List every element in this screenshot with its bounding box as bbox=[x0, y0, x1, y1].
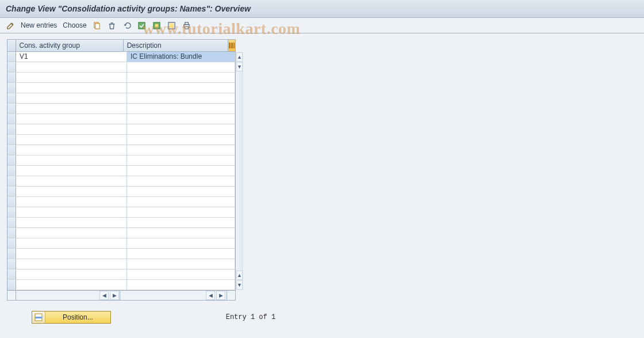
cell-description[interactable] bbox=[127, 280, 235, 290]
row-selector[interactable] bbox=[7, 238, 16, 248]
cell-description[interactable] bbox=[127, 269, 235, 279]
row-selector[interactable] bbox=[7, 228, 16, 238]
cell-description[interactable] bbox=[127, 166, 235, 176]
cell-activity-group[interactable] bbox=[16, 166, 127, 176]
cell-description[interactable] bbox=[127, 114, 235, 124]
cell-description[interactable] bbox=[127, 145, 235, 155]
table-row[interactable] bbox=[7, 238, 235, 249]
row-selector[interactable] bbox=[7, 145, 16, 155]
cell-description[interactable] bbox=[127, 73, 235, 82]
cell-activity-group[interactable] bbox=[16, 145, 127, 155]
cell-description[interactable] bbox=[127, 207, 235, 217]
cell-description[interactable] bbox=[127, 187, 235, 196]
cell-description[interactable] bbox=[127, 228, 235, 238]
cell-activity-group[interactable] bbox=[16, 176, 127, 186]
column-header-activity-group[interactable]: Cons. activity group bbox=[16, 40, 124, 51]
row-selector[interactable] bbox=[7, 197, 16, 207]
scroll-up2-icon[interactable]: ▲ bbox=[236, 271, 243, 280]
undo-icon[interactable] bbox=[122, 21, 132, 30]
column-header-selector[interactable] bbox=[7, 40, 16, 51]
row-selector[interactable] bbox=[7, 218, 16, 227]
configure-columns-icon[interactable] bbox=[228, 40, 235, 51]
cell-activity-group[interactable] bbox=[16, 249, 127, 259]
cell-activity-group[interactable] bbox=[16, 62, 127, 72]
row-selector[interactable] bbox=[7, 176, 16, 186]
cell-activity-group[interactable] bbox=[16, 280, 127, 290]
row-selector[interactable] bbox=[7, 280, 16, 290]
cell-description[interactable] bbox=[127, 197, 235, 207]
row-selector[interactable] bbox=[7, 62, 16, 72]
row-selector[interactable] bbox=[7, 249, 16, 259]
cell-description[interactable] bbox=[127, 93, 235, 103]
scroll-right-icon[interactable]: ▶ bbox=[110, 291, 119, 300]
table-row[interactable] bbox=[7, 135, 235, 145]
cell-description[interactable] bbox=[127, 155, 235, 165]
cell-description[interactable] bbox=[127, 124, 235, 134]
row-selector[interactable] bbox=[7, 269, 16, 279]
cell-description[interactable] bbox=[127, 176, 235, 186]
row-selector[interactable] bbox=[7, 259, 16, 269]
cell-description[interactable] bbox=[127, 62, 235, 72]
row-selector[interactable] bbox=[7, 104, 16, 113]
cell-activity-group[interactable] bbox=[16, 114, 127, 124]
cell-activity-group[interactable] bbox=[16, 197, 127, 207]
cell-activity-group[interactable] bbox=[16, 269, 127, 279]
table-row[interactable] bbox=[7, 187, 235, 197]
table-row[interactable] bbox=[7, 249, 235, 259]
row-selector[interactable] bbox=[7, 207, 16, 217]
row-selector[interactable] bbox=[7, 124, 16, 134]
table-row[interactable] bbox=[7, 166, 235, 176]
scroll-down-icon[interactable]: ▼ bbox=[236, 62, 243, 71]
vertical-scrollbar[interactable]: ▲ ▼ ▲ ▼ bbox=[235, 52, 243, 290]
cell-activity-group[interactable] bbox=[16, 83, 127, 93]
new-entries-button[interactable]: New entries bbox=[21, 21, 57, 29]
table-row[interactable] bbox=[7, 93, 235, 104]
table-row[interactable] bbox=[7, 114, 235, 124]
table-row[interactable] bbox=[7, 197, 235, 207]
table-row[interactable] bbox=[7, 73, 235, 83]
horizontal-scrollbar[interactable]: ◀ ▶ ◀ ▶ bbox=[7, 290, 235, 300]
cell-description[interactable] bbox=[127, 104, 235, 113]
change-icon[interactable] bbox=[6, 21, 15, 30]
table-row[interactable] bbox=[7, 280, 235, 290]
delete-icon[interactable] bbox=[108, 21, 117, 30]
column-header-description[interactable]: Description bbox=[124, 40, 228, 51]
row-selector[interactable] bbox=[7, 155, 16, 165]
cell-activity-group[interactable] bbox=[16, 155, 127, 165]
cell-activity-group[interactable]: V1 bbox=[16, 52, 127, 62]
cell-activity-group[interactable] bbox=[16, 238, 127, 248]
position-button[interactable]: Position... bbox=[32, 311, 111, 324]
table-row[interactable] bbox=[7, 104, 235, 114]
table-row[interactable] bbox=[7, 269, 235, 280]
cell-activity-group[interactable] bbox=[16, 187, 127, 196]
table-row[interactable] bbox=[7, 207, 235, 218]
row-selector[interactable] bbox=[7, 135, 16, 145]
choose-button[interactable]: Choose bbox=[63, 21, 86, 29]
row-selector[interactable] bbox=[7, 114, 16, 124]
cell-activity-group[interactable] bbox=[16, 73, 127, 82]
row-selector[interactable] bbox=[7, 52, 16, 62]
table-row[interactable] bbox=[7, 83, 235, 93]
cell-description[interactable] bbox=[127, 249, 235, 259]
cell-description[interactable] bbox=[127, 218, 235, 227]
select-block-icon[interactable] bbox=[152, 21, 162, 30]
deselect-all-icon[interactable] bbox=[167, 21, 177, 30]
scroll-up-icon[interactable]: ▲ bbox=[236, 52, 243, 62]
table-row[interactable]: V1IC Eliminations: Bundle bbox=[7, 52, 235, 62]
scroll-left2-icon[interactable]: ◀ bbox=[206, 291, 215, 300]
cell-activity-group[interactable] bbox=[16, 124, 127, 134]
cell-activity-group[interactable] bbox=[16, 93, 127, 103]
cell-description[interactable] bbox=[127, 135, 235, 145]
table-row[interactable] bbox=[7, 62, 235, 73]
cell-description[interactable]: IC Eliminations: Bundle bbox=[127, 52, 235, 62]
cell-activity-group[interactable] bbox=[16, 135, 127, 145]
print-icon[interactable] bbox=[182, 21, 191, 30]
table-row[interactable] bbox=[7, 124, 235, 135]
cell-description[interactable] bbox=[127, 238, 235, 248]
cell-activity-group[interactable] bbox=[16, 104, 127, 113]
cell-description[interactable] bbox=[127, 83, 235, 93]
scroll-down2-icon[interactable]: ▼ bbox=[236, 280, 243, 290]
select-all-icon[interactable] bbox=[137, 21, 147, 30]
row-selector[interactable] bbox=[7, 93, 16, 103]
scroll-left-icon[interactable]: ◀ bbox=[99, 291, 109, 300]
